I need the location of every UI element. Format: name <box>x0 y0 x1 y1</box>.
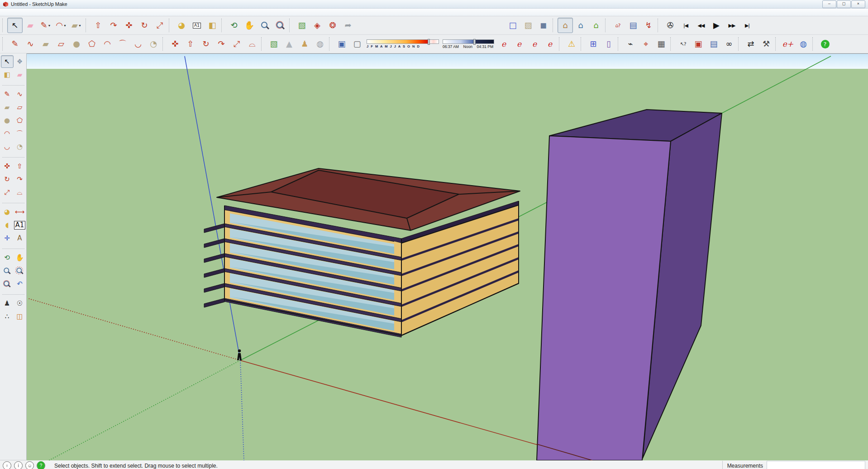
toggle-shadows-button[interactable]: ▢ <box>349 36 365 52</box>
make-component-button[interactable]: ❖ <box>14 55 26 68</box>
eraser-tool-button[interactable]: ▰ <box>23 18 38 33</box>
two-point-arc-tool-button[interactable]: ⌒ <box>115 36 130 52</box>
line-tool-button[interactable]: ✎ <box>1 88 14 100</box>
zoom-extents-button[interactable] <box>1 278 14 290</box>
shadow-settings-dialog-button[interactable]: ▣ <box>334 36 349 52</box>
line-tool-button[interactable]: ✎ <box>7 36 23 52</box>
select-tool-button[interactable]: ↖ <box>1 55 14 68</box>
circle-tool-button[interactable]: ● <box>1 114 14 127</box>
arc-tool-button[interactable]: ◠ <box>100 36 115 52</box>
close-button[interactable]: × <box>851 0 865 8</box>
sign-in-status-icon[interactable]: ☺ <box>25 461 34 469</box>
rectangle-tool-button[interactable]: ▰ <box>38 36 53 52</box>
etoolbox-save-edit-button[interactable]: e <box>542 36 558 52</box>
default-style-button[interactable]: ⌂? <box>610 18 625 33</box>
monochrome-style-button[interactable]: ⌂ <box>573 18 588 33</box>
plugin-button[interactable]: ⌁ <box>623 36 638 52</box>
etoolbox-window-button[interactable]: ▣ <box>691 36 706 52</box>
previous-view-button[interactable]: ↶ <box>14 278 26 290</box>
shapes-tool-button[interactable]: ▰▼ <box>69 18 84 33</box>
select-helper-button[interactable]: ↖? <box>675 36 691 52</box>
zoom-tool-button[interactable] <box>257 18 272 33</box>
photo-textures-button[interactable]: ♟ <box>297 36 312 52</box>
xray-style-button[interactable]: ▨ <box>520 18 536 33</box>
toggle-terrain-button[interactable]: ▲ <box>281 36 297 52</box>
line-tool-button[interactable]: ✎▼ <box>38 18 53 33</box>
shadow-time-track[interactable] <box>443 39 494 44</box>
dynamic-components-button[interactable]: ⌖ <box>638 36 653 52</box>
send-model-button[interactable]: ➦ <box>340 18 356 33</box>
animation-previous-button[interactable]: ◀◀ <box>693 18 709 33</box>
rectangle-tool-button[interactable]: ▰ <box>1 101 14 114</box>
move-tool-button[interactable]: ✜ <box>121 18 137 33</box>
grid-button[interactable]: ▦ <box>653 36 669 52</box>
paint-bucket-tool-button[interactable]: ◧ <box>205 18 220 33</box>
pie-tool-button[interactable]: ◔ <box>146 36 161 52</box>
style-picker-button[interactable]: ↯ <box>641 18 656 33</box>
wireframe-style-button[interactable]: □ <box>505 18 520 33</box>
follow-me-tool-button[interactable]: ↷ <box>106 18 121 33</box>
arcs-tool-button[interactable]: ◠▼ <box>53 18 69 33</box>
warning-button[interactable]: ⚠ <box>564 36 579 52</box>
polygon-tool-button[interactable]: ⬠ <box>14 114 26 127</box>
shadow-date-slider[interactable]: J F M A M J J A S O N D <box>367 39 439 48</box>
share-model-button[interactable]: ❂ <box>325 18 340 33</box>
shadow-time-handle[interactable] <box>473 39 476 45</box>
axes-tool-button[interactable]: ✛ <box>1 232 14 244</box>
animation-last-button[interactable]: ▶| <box>739 18 755 33</box>
shadow-date-handle[interactable] <box>428 39 430 45</box>
styles-dialog-button[interactable]: ▤ <box>625 18 641 33</box>
freehand-tool-button[interactable]: ∿ <box>14 88 26 100</box>
pan-tool-button[interactable]: ✋ <box>14 251 26 264</box>
3d-warehouse-button[interactable]: ◈ <box>310 18 325 33</box>
freehand-tool-button[interactable]: ∿ <box>23 36 38 52</box>
orbit-tool-button[interactable]: ⟲ <box>226 18 242 33</box>
scale-tool-button[interactable]: ⤢ <box>152 18 167 33</box>
shaded-style-button[interactable]: ◼ <box>536 18 551 33</box>
help-status-icon[interactable]: ? <box>37 461 45 469</box>
rotate-tool-button[interactable]: ↻ <box>1 173 14 186</box>
circle-tool-button[interactable]: ● <box>69 36 84 52</box>
rotated-rectangle-tool-button[interactable]: ▱ <box>53 36 69 52</box>
add-location-button[interactable]: ▧ <box>266 36 281 52</box>
eraser-tool-button[interactable]: ▰ <box>14 68 26 81</box>
follow-me-tool-button[interactable]: ↷ <box>14 173 26 186</box>
paint-bucket-tool-button[interactable]: ◧ <box>1 68 14 81</box>
zoom-tool-button[interactable] <box>1 264 14 277</box>
push-pull-tool-button[interactable]: ⇧ <box>14 160 26 172</box>
help-center-button[interactable]: ? <box>817 36 833 52</box>
three-point-arc-tool-button[interactable]: ◡ <box>130 36 146 52</box>
animation-play-button[interactable]: ▶ <box>709 18 724 33</box>
scale-tool-button[interactable]: ⤢ <box>229 36 244 52</box>
etoolbox-save-button[interactable]: e <box>527 36 542 52</box>
shadow-date-track[interactable] <box>367 39 439 44</box>
settings-wrench-button[interactable]: ⚒ <box>758 36 774 52</box>
rotated-rectangle-tool-button[interactable]: ▱ <box>14 101 26 114</box>
add-wall-button[interactable]: ▯ <box>601 36 616 52</box>
orbit-tool-button[interactable]: ⟲ <box>1 251 14 264</box>
etoolbox-add-button[interactable]: e+ <box>780 36 796 52</box>
three-point-arc-tool-button[interactable]: ◡ <box>1 140 14 153</box>
shadow-time-slider[interactable]: 06:37 AM Noon 04:31 PM <box>443 39 494 49</box>
move-tool-button[interactable]: ✜ <box>1 160 14 172</box>
scale-tool-button[interactable]: ⤢ <box>1 186 14 199</box>
shaded-textures-style-button[interactable]: ⌂ <box>588 18 604 33</box>
outliner-window-button[interactable]: ▤ <box>706 36 721 52</box>
tape-measure-tool-button[interactable]: ◕ <box>1 206 14 218</box>
push-pull-tool-button[interactable]: ⇧ <box>183 36 198 52</box>
look-around-button[interactable]: ☉ <box>14 297 26 310</box>
etoolbox-component-button[interactable]: e <box>511 36 527 52</box>
section-plane-button[interactable]: ◫ <box>14 310 26 323</box>
protractor-tool-button[interactable]: ◖ <box>1 219 14 231</box>
search-warehouse-button[interactable]: ∞ <box>721 36 737 52</box>
add-scene-camera-button[interactable]: ✇ <box>663 18 678 33</box>
add-location-button[interactable]: ▧ <box>294 18 310 33</box>
offset-tool-button[interactable]: ⌓ <box>14 186 26 199</box>
polygon-tool-button[interactable]: ⬠ <box>84 36 100 52</box>
walk-tool-button[interactable]: ∴ <box>1 310 14 323</box>
text-tool-button[interactable]: A1 <box>189 18 205 33</box>
push-pull-tool-button[interactable]: ⇧ <box>91 18 106 33</box>
add-cube-button[interactable]: ⊞ <box>586 36 601 52</box>
rotate-tool-button[interactable]: ↻ <box>137 18 152 33</box>
textured-style-button[interactable]: ⌂ <box>558 18 573 33</box>
